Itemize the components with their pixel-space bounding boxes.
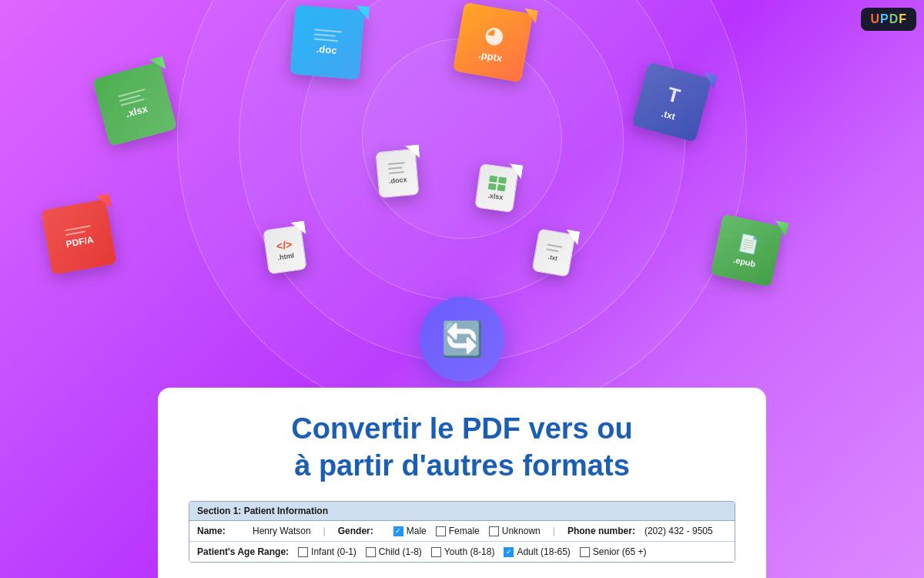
form-row-1: Name: Henry Watson | Gender: ✓ Male Fema… (189, 521, 735, 542)
form-row-2: Patient's Age Range: Infant (0-1) Child … (189, 542, 735, 562)
pptx-large-label: .pptx (477, 49, 503, 64)
sync-icon-circle: 🔄 (420, 297, 504, 381)
html-small-label: .html (277, 251, 295, 261)
youth-label: Youth (8-18) (444, 546, 495, 557)
pdfa-large-icon: PDF/A (41, 199, 116, 274)
name-label: Name: (197, 526, 243, 536)
txt-large-label: .txt (660, 108, 676, 122)
txt-small-icon: .txt (532, 228, 576, 277)
gender-male-group: ✓ Male (393, 526, 427, 536)
unknown-label: Unknown (502, 526, 541, 536)
unknown-checkbox (489, 526, 499, 536)
youth-checkbox (431, 547, 441, 557)
adult-label: Adult (18-65) (517, 546, 570, 557)
logo-f: F (899, 12, 907, 25)
male-checkbox: ✓ (393, 526, 403, 536)
child-label: Child (1-8) (379, 546, 422, 557)
infant-checkbox (298, 547, 308, 557)
gender-label: Gender: (338, 526, 384, 536)
txt-small-label: .txt (547, 253, 557, 261)
xlsx-large-icon: .xlsx (92, 62, 177, 146)
pptx-large-icon: ◕ .pptx (453, 2, 533, 82)
age-infant-group: Infant (0-1) (298, 546, 357, 557)
xlsx-small-icon: .xlsx (474, 163, 519, 213)
phone-value: (202) 432 - 9505 (644, 526, 713, 536)
name-value: Henry Watson (253, 526, 311, 536)
infant-label: Infant (0-1) (311, 546, 357, 557)
male-label: Male (407, 526, 427, 536)
doc-large-icon: .doc (290, 5, 365, 80)
phone-label: Phone number: (567, 526, 635, 536)
female-checkbox (436, 526, 446, 536)
epub-large-label: .epub (732, 255, 756, 269)
doc-large-label: .doc (316, 42, 337, 55)
hero-title-line2: à partir d'autres formats (294, 449, 630, 482)
senior-checkbox (580, 547, 590, 557)
hero-title-line1: Convertir le PDF vers ou (291, 412, 632, 445)
adult-checkbox: ✓ (504, 547, 514, 557)
child-checkbox (366, 547, 376, 557)
logo-d: D (889, 12, 899, 25)
sync-icon: 🔄 (441, 319, 484, 359)
age-child-group: Child (1-8) (366, 546, 422, 557)
senior-label: Senior (65 +) (593, 546, 647, 557)
bottom-card: Convertir le PDF vers ou à partir d'autr… (158, 388, 766, 578)
age-adult-group: ✓ Adult (18-65) (504, 546, 570, 557)
gender-unknown-group: Unknown (489, 526, 541, 536)
age-senior-group: Senior (65 +) (580, 546, 647, 557)
logo-p: P (880, 12, 889, 25)
html-small-icon: </> .html (263, 225, 307, 274)
form-section-header: Section 1: Patient Information (189, 502, 735, 521)
docx-small-icon: .docx (375, 149, 419, 198)
docx-small-label: .docx (389, 176, 407, 185)
form-preview: Section 1: Patient Information Name: Hen… (189, 501, 735, 563)
age-label: Patient's Age Range: (197, 546, 289, 557)
pdfa-large-label: PDF/A (65, 234, 95, 249)
updf-logo: UPDF (861, 8, 916, 31)
gender-female-group: Female (436, 526, 480, 536)
xlsx-large-label: .xlsx (124, 102, 149, 119)
age-youth-group: Youth (8-18) (431, 546, 495, 557)
female-label: Female (449, 526, 480, 536)
xlsx-small-label: .xlsx (487, 191, 504, 201)
epub-large-icon: 📄 .epub (711, 214, 784, 287)
logo-u: U (870, 12, 880, 25)
hero-title: Convertir le PDF vers ou à partir d'autr… (189, 411, 735, 484)
